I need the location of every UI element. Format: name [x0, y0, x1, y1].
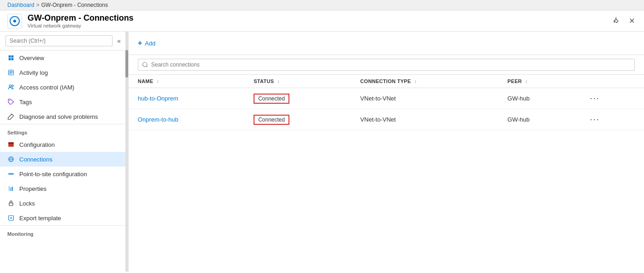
cell-peer-0: GW-hub: [498, 88, 578, 109]
cell-name-1: Onprem-to-hub: [129, 109, 244, 130]
table-header-row: NAME ↕ STATUS ↕ CONNECTION TYPE ↕ PEER ↕: [129, 75, 644, 88]
connections-icon: [7, 156, 15, 163]
more-options-button-1[interactable]: ···: [587, 114, 602, 125]
svg-point-20: [11, 173, 11, 174]
col-name-label: NAME: [138, 78, 153, 84]
status-badge-0: Connected: [254, 94, 289, 104]
col-connection-type-sort-icon: ↕: [414, 79, 417, 84]
col-name-sort-icon: ↕: [157, 79, 159, 84]
cell-more-0: ···: [578, 88, 644, 109]
connections-table: NAME ↕ STATUS ↕ CONNECTION TYPE ↕ PEER ↕: [129, 75, 644, 130]
sidebar-item-point-to-site[interactable]: Point-to-site configuration: [0, 167, 128, 181]
main-content: + Add NAME ↕ STATUS ↕: [129, 32, 644, 272]
top-bar-left: GW-Onprem - Connections Virtual network …: [7, 13, 134, 29]
pin-button[interactable]: [610, 15, 621, 28]
svg-rect-23: [12, 187, 13, 191]
settings-section-header: Settings: [0, 124, 128, 137]
activity-log-icon: [7, 69, 15, 76]
svg-point-12: [9, 100, 10, 101]
cell-connection-type-0: VNet-to-VNet: [351, 88, 498, 109]
page-subtitle: Virtual network gateway: [28, 23, 134, 28]
main-toolbar: + Add: [129, 32, 644, 55]
breadcrumb-separator: >: [36, 2, 40, 8]
cell-peer-1: GW-hub: [498, 109, 578, 130]
cell-connection-type-1: VNet-to-VNet: [351, 109, 498, 130]
breadcrumb: Dashboard > GW-Onprem - Connections: [0, 0, 644, 11]
breadcrumb-dashboard[interactable]: Dashboard: [7, 2, 34, 8]
cell-status-1: Connected: [244, 109, 351, 130]
svg-point-18: [9, 173, 10, 174]
sidebar-scrollbar[interactable]: [125, 32, 128, 272]
sidebar-item-overview-label: Overview: [19, 55, 44, 61]
svg-rect-4: [9, 58, 11, 61]
tags-icon: [7, 98, 15, 106]
more-options-button-0[interactable]: ···: [587, 93, 602, 104]
svg-rect-9: [10, 73, 12, 74]
col-connection-type-label: CONNECTION TYPE: [360, 78, 411, 84]
sidebar-item-export-template[interactable]: Export template: [0, 211, 128, 225]
sidebar-item-diagnose-label: Diagnose and solve problems: [19, 113, 98, 120]
sidebar-item-configuration[interactable]: Configuration: [0, 137, 128, 152]
col-connection-type[interactable]: CONNECTION TYPE ↕: [351, 75, 498, 88]
cell-status-0: Connected: [244, 88, 351, 109]
monitoring-section-header: Monitoring: [0, 225, 128, 239]
main-layout: « Overview Activity log Access control: [0, 32, 644, 272]
add-button[interactable]: + Add: [138, 37, 155, 49]
export-template-icon: [7, 214, 15, 222]
svg-rect-14: [8, 142, 14, 143]
sidebar-item-diagnose[interactable]: Diagnose and solve problems: [0, 109, 128, 124]
sidebar-item-point-to-site-label: Point-to-site configuration: [19, 171, 87, 178]
sidebar-scrollbar-thumb: [125, 50, 128, 78]
col-status-sort-icon: ↕: [277, 79, 280, 84]
connections-search-input[interactable]: [138, 59, 635, 71]
connection-name-link-0[interactable]: hub-to-Onprem: [138, 95, 178, 102]
sidebar: « Overview Activity log Access control: [0, 32, 129, 272]
sidebar-item-connections[interactable]: Connections: [0, 152, 128, 167]
add-icon: +: [138, 39, 142, 47]
top-bar: GW-Onprem - Connections Virtual network …: [0, 11, 644, 32]
col-peer[interactable]: PEER ↕: [498, 75, 578, 88]
sidebar-collapse-button[interactable]: «: [115, 35, 123, 46]
table-row: hub-to-Onprem Connected VNet-to-VNet GW-…: [129, 88, 644, 109]
svg-rect-5: [11, 58, 14, 61]
sidebar-item-properties-label: Properties: [19, 185, 46, 192]
sidebar-item-access-control[interactable]: Access control (IAM): [0, 80, 128, 95]
connections-search-bar: [129, 55, 644, 75]
close-button[interactable]: ✕: [627, 15, 637, 27]
col-name[interactable]: NAME ↕: [129, 75, 244, 88]
col-peer-label: PEER: [508, 78, 522, 84]
sidebar-item-activity-log-label: Activity log: [19, 69, 48, 76]
configuration-icon: [7, 141, 15, 148]
svg-point-1: [13, 20, 16, 22]
point-to-site-icon: [7, 170, 15, 178]
sidebar-item-activity-log[interactable]: Activity log: [0, 65, 128, 80]
sidebar-item-tags[interactable]: Tags: [0, 95, 128, 109]
sidebar-item-properties[interactable]: Properties: [0, 181, 128, 196]
sidebar-item-overview[interactable]: Overview: [0, 50, 128, 65]
overview-icon: [7, 54, 15, 61]
svg-rect-24: [9, 203, 13, 206]
sidebar-search-input[interactable]: [6, 35, 113, 46]
svg-rect-7: [10, 71, 13, 72]
svg-rect-8: [10, 72, 13, 72]
properties-icon: [7, 185, 15, 192]
page-title: GW-Onprem - Connections: [28, 13, 134, 23]
svg-point-11: [12, 85, 14, 87]
locks-icon: [7, 200, 15, 207]
connection-name-link-1[interactable]: Onprem-to-hub: [138, 116, 178, 123]
cell-more-1: ···: [578, 109, 644, 130]
svg-point-10: [9, 85, 11, 87]
sidebar-item-locks[interactable]: Locks: [0, 196, 128, 211]
col-status[interactable]: STATUS ↕: [244, 75, 351, 88]
cell-name-0: hub-to-Onprem: [129, 88, 244, 109]
app-icon: [7, 14, 22, 28]
sidebar-item-locks-label: Locks: [19, 200, 35, 207]
svg-rect-21: [9, 186, 10, 191]
sidebar-item-export-template-label: Export template: [19, 215, 61, 222]
access-control-icon: [7, 84, 15, 91]
sidebar-item-configuration-label: Configuration: [19, 141, 55, 148]
table-row: Onprem-to-hub Connected VNet-to-VNet GW-…: [129, 109, 644, 130]
status-badge-1: Connected: [254, 115, 289, 125]
col-peer-sort-icon: ↕: [525, 79, 527, 84]
add-label: Add: [145, 40, 155, 47]
